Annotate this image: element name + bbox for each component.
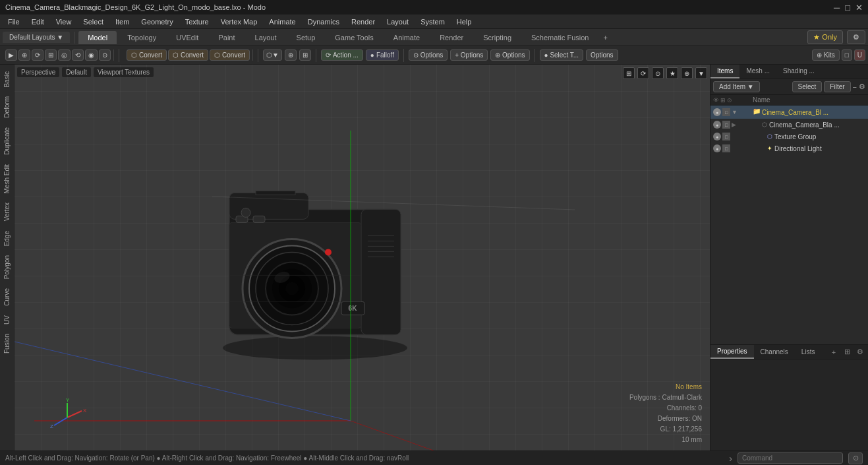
prop-tab-properties[interactable]: Properties bbox=[710, 345, 754, 359]
sidebar-item-vertex[interactable]: Vertex bbox=[1, 199, 13, 225]
items-tab-shading[interactable]: Shading ... bbox=[776, 65, 821, 78]
unreal-btn[interactable]: U bbox=[854, 49, 865, 61]
tab-model[interactable]: Model bbox=[78, 31, 117, 44]
select-button[interactable]: Select bbox=[792, 81, 823, 92]
items-settings-btn[interactable]: ⚙ bbox=[859, 82, 865, 91]
sidebar-item-curve[interactable]: Curve bbox=[1, 284, 13, 310]
tool-6[interactable]: ⟲ bbox=[72, 49, 84, 61]
tool-4[interactable]: ⊞ bbox=[45, 49, 57, 61]
tab-render[interactable]: Render bbox=[430, 31, 473, 44]
items-tab-items[interactable]: Items bbox=[710, 65, 739, 78]
tool-8[interactable]: ⊙ bbox=[99, 49, 111, 61]
menu-item[interactable]: Item bbox=[110, 16, 134, 27]
options-button-2[interactable]: + Options bbox=[450, 49, 488, 61]
tab-game-tools[interactable]: Game Tools bbox=[326, 31, 383, 44]
sidebar-item-duplicate[interactable]: Duplicate bbox=[1, 123, 13, 159]
eye-light[interactable]: ● bbox=[713, 144, 721, 152]
menu-animate[interactable]: Animate bbox=[264, 16, 301, 27]
tool-3[interactable]: ⟳ bbox=[32, 49, 43, 61]
item-row-mesh[interactable]: ● □ ▶ ⬡ Cinema_Camera_Bla ... bbox=[710, 119, 868, 131]
tab-uvedit[interactable]: UVEdit bbox=[167, 31, 208, 44]
command-input[interactable] bbox=[738, 452, 843, 464]
options-button-1[interactable]: ⊙ Options bbox=[409, 49, 448, 61]
close-button[interactable]: ✕ bbox=[855, 3, 863, 13]
prop-settings-btn[interactable]: ⚙ bbox=[855, 347, 865, 357]
tab-scripting[interactable]: Scripting bbox=[474, 31, 521, 44]
sidebar-item-deform[interactable]: Deform bbox=[1, 92, 13, 122]
vis-root[interactable]: □ bbox=[722, 108, 730, 116]
statusbar-arrow[interactable]: › bbox=[729, 453, 732, 464]
item-row-root[interactable]: ● □ ▼ 📁 Cinema_Camera_Bl ... bbox=[710, 106, 868, 119]
command-submit-btn[interactable]: ⊙ bbox=[848, 452, 863, 464]
options-button-3[interactable]: ⊕ Options bbox=[490, 49, 529, 61]
menu-edit[interactable]: Edit bbox=[26, 16, 49, 27]
sym-btn[interactable]: ⊞ bbox=[299, 49, 311, 61]
menu-select[interactable]: Select bbox=[78, 16, 109, 27]
select-t-button[interactable]: ● Select T... bbox=[540, 49, 584, 61]
viewport[interactable]: Perspective Default Viewport Textures ⊞ … bbox=[14, 65, 710, 450]
menu-layout[interactable]: Layout bbox=[382, 16, 414, 27]
sidebar-item-uv[interactable]: UV bbox=[1, 311, 13, 328]
vp-ctrl-3[interactable]: ⊙ bbox=[652, 67, 664, 79]
menu-render[interactable]: Render bbox=[346, 16, 380, 27]
menu-view[interactable]: View bbox=[51, 16, 77, 27]
tab-schematic[interactable]: Schematic Fusion bbox=[522, 31, 598, 44]
snap-btn[interactable]: ⊕ bbox=[285, 49, 297, 61]
add-item-button[interactable]: Add Item ▼ bbox=[713, 81, 760, 92]
vp-ctrl-4[interactable]: ★ bbox=[666, 67, 678, 79]
prop-tab-lists[interactable]: Lists bbox=[795, 346, 822, 358]
tab-layout[interactable]: Layout bbox=[246, 31, 286, 44]
mode-dropdown[interactable]: ⬡▼ bbox=[263, 49, 282, 61]
minimize-button[interactable]: ─ bbox=[834, 3, 840, 13]
tab-animate[interactable]: Animate bbox=[384, 31, 429, 44]
sidebar-item-mesh-edit[interactable]: Mesh Edit bbox=[1, 160, 13, 197]
item-row-texture[interactable]: ● □ ⬡ Texture Group bbox=[710, 131, 868, 142]
prop-plus-btn[interactable]: + bbox=[828, 347, 839, 357]
sidebar-item-fusion[interactable]: Fusion bbox=[1, 330, 13, 357]
expand-mesh[interactable]: ▶ bbox=[732, 121, 736, 128]
menu-vertex-map[interactable]: Vertex Map bbox=[216, 16, 263, 27]
menu-system[interactable]: System bbox=[415, 16, 450, 27]
tab-topology[interactable]: Topology bbox=[118, 31, 165, 44]
tab-default-layouts[interactable]: Default Layouts ▼ bbox=[3, 32, 70, 43]
vp-ctrl-settings[interactable]: ▼ bbox=[695, 67, 707, 79]
sidebar-item-edge[interactable]: Edge bbox=[1, 227, 13, 250]
tab-setup[interactable]: Setup bbox=[287, 31, 325, 44]
prop-expand-btn[interactable]: ⊞ bbox=[842, 347, 852, 357]
filter-button[interactable]: Filter bbox=[824, 81, 850, 92]
tool-2[interactable]: ⊕ bbox=[18, 49, 30, 61]
tab-paint[interactable]: Paint bbox=[209, 31, 244, 44]
eye-mesh[interactable]: ● bbox=[713, 121, 721, 129]
vis-mesh[interactable]: □ bbox=[722, 121, 730, 129]
item-row-light[interactable]: ● □ ✦ Directional Light bbox=[710, 142, 868, 154]
eye-texture[interactable]: ● bbox=[713, 133, 721, 140]
menu-dynamics[interactable]: Dynamics bbox=[303, 16, 345, 27]
vis-texture[interactable]: □ bbox=[722, 133, 730, 140]
sidebar-item-basic[interactable]: Basic bbox=[1, 67, 13, 91]
options-button-4[interactable]: Options bbox=[586, 49, 618, 61]
convert-button-1[interactable]: ⬡ Convert bbox=[127, 49, 167, 61]
menu-texture[interactable]: Texture bbox=[180, 16, 214, 27]
items-tab-mesh[interactable]: Mesh ... bbox=[739, 65, 776, 78]
falloff-button[interactable]: ● Falloff bbox=[366, 49, 399, 61]
expand-root[interactable]: ▼ bbox=[732, 109, 738, 115]
render-icon-btn[interactable]: □ bbox=[842, 49, 852, 61]
menu-geometry[interactable]: Geometry bbox=[136, 16, 178, 27]
vp-ctrl-expand[interactable]: ⊕ bbox=[681, 67, 693, 79]
sidebar-item-polygon[interactable]: Polygon bbox=[1, 251, 13, 283]
action-button[interactable]: ⟳ Action ... bbox=[321, 49, 363, 61]
convert-button-2[interactable]: ⬡ Convert bbox=[168, 49, 208, 61]
vis-light[interactable]: □ bbox=[722, 144, 730, 152]
tool-5[interactable]: ◎ bbox=[58, 49, 71, 61]
convert-button-3[interactable]: ⬡ Convert bbox=[210, 49, 250, 61]
tab-add[interactable]: + bbox=[599, 32, 611, 44]
tool-7[interactable]: ◉ bbox=[85, 49, 98, 61]
prop-tab-channels[interactable]: Channels bbox=[754, 346, 795, 358]
menu-file[interactable]: File bbox=[3, 16, 25, 27]
kits-button[interactable]: ⊕ Kits bbox=[812, 49, 839, 61]
vp-ctrl-1[interactable]: ⊞ bbox=[623, 67, 635, 79]
only-button[interactable]: ★ Only bbox=[807, 30, 843, 44]
menu-help[interactable]: Help bbox=[451, 16, 477, 27]
tool-select[interactable]: ▶ bbox=[5, 49, 17, 61]
vp-ctrl-2[interactable]: ⟳ bbox=[637, 67, 649, 79]
